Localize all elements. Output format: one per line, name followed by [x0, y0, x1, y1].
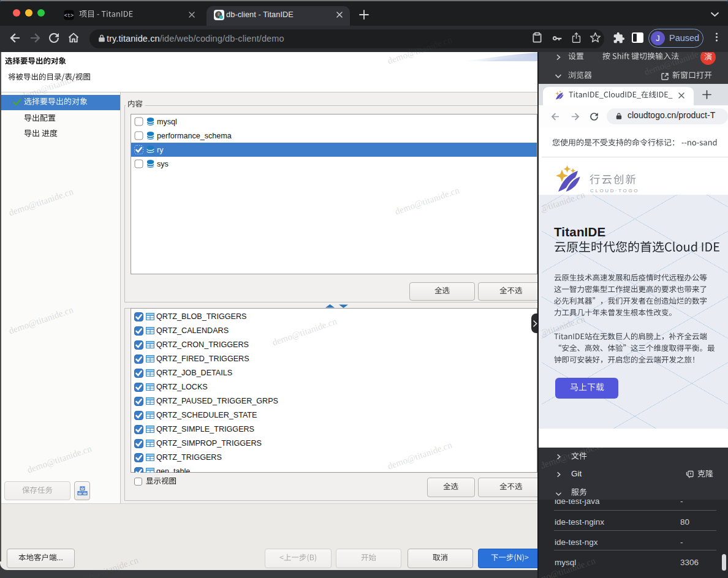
svg-text:<t>: <t> [64, 12, 74, 18]
